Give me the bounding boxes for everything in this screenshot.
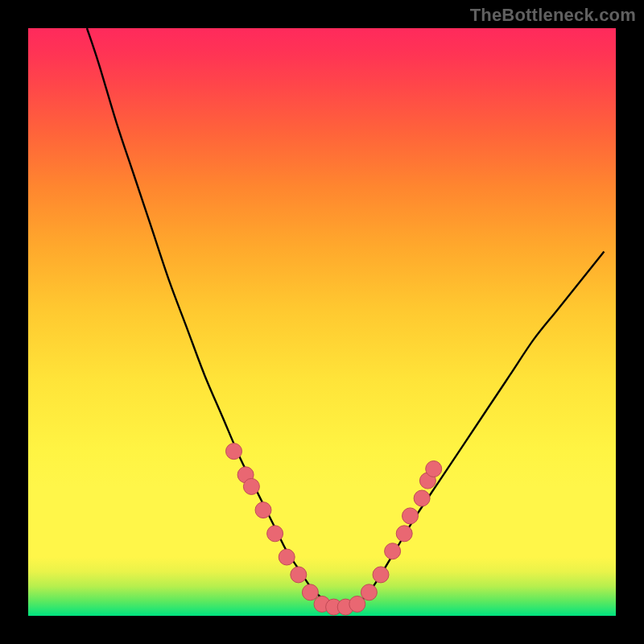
- data-marker: [426, 461, 442, 477]
- data-marker: [361, 584, 377, 601]
- data-marker: [226, 444, 242, 460]
- attribution-watermark: TheBottleneck.com: [470, 5, 636, 26]
- marker-group: [226, 444, 442, 615]
- data-marker: [396, 526, 412, 542]
- attribution-suffix: .com: [594, 5, 636, 25]
- attribution-prefix: The: [470, 5, 502, 25]
- data-marker: [302, 584, 318, 601]
- data-marker: [385, 543, 401, 559]
- data-marker: [291, 567, 307, 583]
- data-marker: [279, 549, 295, 565]
- data-marker: [402, 508, 419, 524]
- bottleneck-curve-path: [87, 28, 604, 610]
- plot-area: [28, 28, 616, 616]
- data-marker: [349, 596, 365, 612]
- data-marker: [267, 526, 283, 542]
- attribution-middle: Bottleneck: [502, 5, 593, 25]
- data-marker: [243, 478, 259, 494]
- chart-container: TheBottleneck.com: [0, 0, 644, 644]
- data-marker: [255, 502, 271, 518]
- data-marker: [373, 567, 389, 583]
- curve-svg: [28, 28, 616, 616]
- data-marker: [414, 490, 430, 506]
